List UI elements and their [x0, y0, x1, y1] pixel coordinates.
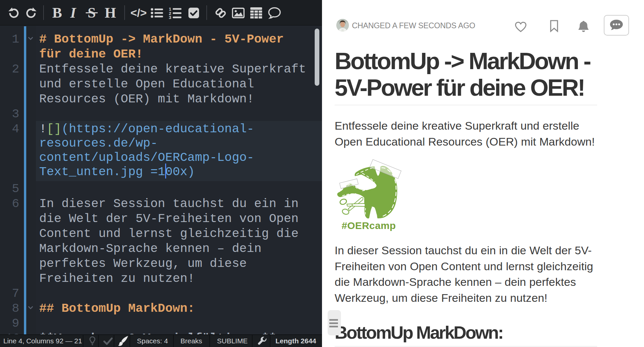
- svg-text:3: 3: [169, 15, 171, 19]
